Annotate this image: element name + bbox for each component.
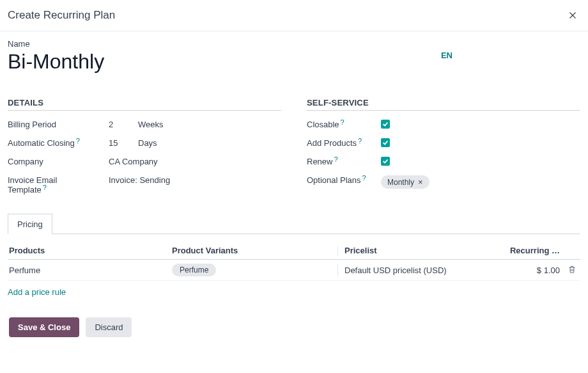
closable-checkbox[interactable] [381,120,390,129]
renew-label: Renew? [307,157,381,166]
help-icon[interactable]: ? [76,137,80,145]
closable-label: Closable? [307,120,381,129]
self-service-section: SELF-SERVICE Closable? Add Products? [307,98,580,203]
add-products-label: Add Products? [307,138,381,148]
name-field-label: Name [8,39,104,49]
close-icon[interactable] [565,8,580,23]
help-icon[interactable]: ? [358,137,362,145]
add-price-rule-link[interactable]: Add a price rule [8,287,66,297]
auto-closing-unit: Days [138,138,157,148]
invoice-template-label: Invoice Email Template? [8,175,109,194]
auto-closing-label: Automatic Closing? [8,138,109,148]
billing-period-label: Billing Period [8,120,109,129]
col-header-recurring: Recurring … [509,246,565,255]
tag-remove-icon[interactable]: × [418,177,423,187]
dialog-title: Create Recurring Plan [8,9,115,22]
pricing-grid: Products Product Variants Pricelist Recu… [8,242,580,297]
billing-period-number[interactable]: 2 [109,120,123,129]
language-toggle[interactable]: EN [441,51,453,60]
details-section: DETAILS Billing Period 2 Weeks Automatic… [8,98,281,203]
variant-tag[interactable]: Perfume [172,264,216,276]
help-icon[interactable]: ? [43,184,47,191]
details-header: DETAILS [8,98,281,111]
col-header-products: Products [9,246,172,255]
cell-price[interactable]: $ 1.00 [509,266,565,275]
col-header-pricelist: Pricelist [338,246,509,255]
renew-checkbox[interactable] [381,157,390,166]
auto-closing-number[interactable]: 15 [109,138,123,148]
save-button[interactable]: Save & Close [9,317,79,337]
add-products-checkbox[interactable] [381,138,390,147]
optional-plans-label: Optional Plans? [307,175,381,185]
company-label: Company [8,157,109,166]
table-row[interactable]: Perfume Perfume Default USD pricelist (U… [8,260,580,281]
col-header-variants: Product Variants [172,246,338,255]
cell-pricelist[interactable]: Default USD pricelist (USD) [338,266,509,275]
help-icon[interactable]: ? [334,155,337,163]
cell-product[interactable]: Perfume [9,266,172,275]
tag-monthly[interactable]: Monthly × [381,175,429,189]
billing-period-unit[interactable]: Weeks [138,120,164,129]
invoice-template-value[interactable]: Invoice: Sending [109,175,170,185]
tab-pricing[interactable]: Pricing [8,214,52,234]
trash-icon[interactable] [568,266,576,276]
help-icon[interactable]: ? [362,174,366,182]
help-icon[interactable]: ? [341,118,344,126]
company-value[interactable]: CA Company [109,157,158,166]
discard-button[interactable]: Discard [86,317,132,337]
optional-plans-tags[interactable]: Monthly × [381,175,429,189]
self-service-header: SELF-SERVICE [307,98,580,111]
name-input[interactable]: Bi-Monthly [8,50,104,74]
